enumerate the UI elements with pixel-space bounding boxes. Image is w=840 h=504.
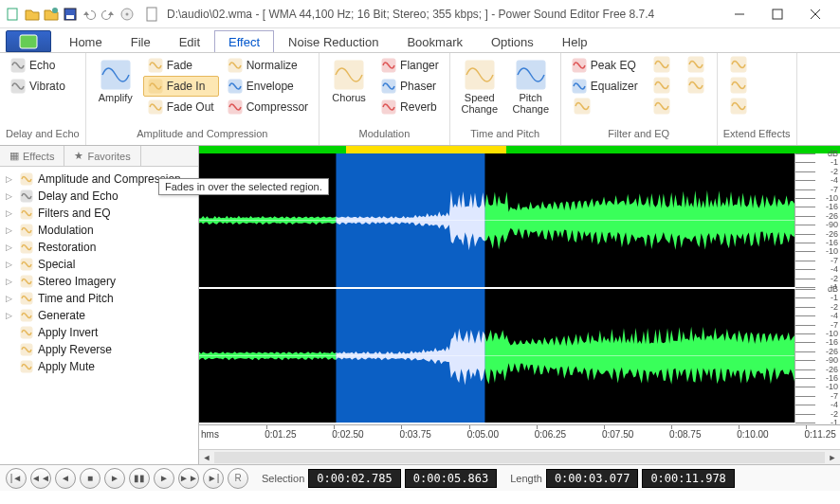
time-tick: 0:05.00 (467, 429, 499, 440)
pause-button[interactable]: ▮▮ (129, 468, 150, 489)
pitch-change-button[interactable]: Pitch Change (507, 55, 555, 119)
envelope-button[interactable]: Envelope (223, 76, 313, 97)
flanger-button[interactable]: Flanger (376, 55, 444, 76)
waveform-channel-2[interactable] (199, 289, 794, 423)
menu-bar: HomeFileEditEffectNoise ReductionBookmar… (0, 28, 840, 53)
compressor-button[interactable]: Compressor (223, 97, 313, 117)
equalizer-icon (572, 79, 587, 94)
qat-save-icon[interactable] (63, 7, 78, 22)
step-fwd-button[interactable]: ► (154, 468, 174, 489)
menu-tab-options[interactable]: Options (477, 30, 548, 52)
fade-in-button[interactable]: Fade In (143, 76, 219, 97)
ribbon-group-label: Modulation (325, 128, 444, 143)
tree-item-apply-invert[interactable]: Apply Invert (2, 324, 196, 341)
expand-icon[interactable]: ▷ (6, 294, 15, 303)
phaser-button[interactable]: Phaser (376, 76, 444, 97)
filter3-button[interactable] (647, 76, 677, 97)
vibrato-button[interactable]: Vibrato (6, 76, 70, 97)
qat-new-icon[interactable] (6, 7, 21, 22)
maximize-button[interactable] (758, 0, 796, 28)
amplify-button[interactable]: Amplify (92, 55, 139, 108)
tree-item-restoration[interactable]: ▷Restoration (2, 239, 196, 256)
filter4-button[interactable] (647, 97, 677, 117)
menu-tab-help[interactable]: Help (548, 30, 602, 52)
tree-item-special[interactable]: ▷Special (2, 256, 196, 273)
tree-item-filters-and-eq[interactable]: ▷Filters and EQ (2, 205, 196, 222)
filter3-icon (653, 77, 670, 97)
qat-redo-icon[interactable] (100, 7, 116, 22)
qat-open-icon[interactable] (25, 7, 40, 22)
svg-rect-3 (66, 15, 74, 19)
svg-point-1 (52, 8, 58, 13)
tree-item-time-and-pitch[interactable]: ▷Time and Pitch (2, 290, 196, 307)
scrollbar-track[interactable] (214, 452, 825, 463)
minimize-button[interactable] (721, 0, 758, 28)
filter5-button[interactable] (681, 55, 711, 76)
expand-icon[interactable]: ▷ (6, 208, 15, 218)
goto-start-button[interactable]: |◄ (6, 468, 27, 489)
selection-label: Selection (262, 473, 304, 484)
equalizer-button[interactable]: Equalizer (567, 76, 643, 97)
filter2-button[interactable] (647, 55, 677, 76)
expand-icon[interactable]: ▷ (6, 225, 15, 235)
tree-item-apply-reverse[interactable]: Apply Reverse (2, 341, 196, 358)
waveform-channel-1[interactable] (199, 153, 794, 287)
step-back-button[interactable]: ◄ (55, 468, 76, 489)
record-button[interactable]: R (228, 468, 248, 489)
filter1-button[interactable] (567, 97, 597, 117)
ext3-button[interactable] (723, 97, 754, 117)
status-bar: |◄ ◄◄ ◄ ■ ► ▮▮ ► ►► ►| R Selection 0:00:… (0, 464, 840, 491)
expand-icon[interactable]: ▷ (6, 243, 15, 252)
reverb-button[interactable]: Reverb (376, 97, 444, 117)
fade-out-button[interactable]: Fade Out (143, 97, 219, 117)
qat-undo-icon[interactable] (82, 7, 97, 22)
menu-tab-edit[interactable]: Edit (165, 30, 214, 52)
qat-cd-icon[interactable] (119, 7, 135, 22)
scroll-left-icon[interactable]: ◄ (199, 450, 214, 465)
sidebar-tab-effects[interactable]: ▦Effects (0, 146, 64, 166)
expand-icon[interactable]: ▷ (6, 174, 15, 184)
menu-tab-file[interactable]: File (117, 30, 165, 52)
app-logo[interactable] (6, 30, 51, 52)
stop-button[interactable]: ■ (80, 468, 100, 489)
goto-end-button[interactable]: ►| (203, 468, 224, 489)
menu-tab-home[interactable]: Home (55, 30, 117, 52)
ffwd-button[interactable]: ►► (178, 468, 199, 489)
normalize-button[interactable]: Normalize (223, 55, 313, 76)
scroll-right-icon[interactable]: ► (825, 450, 840, 465)
echo-button[interactable]: Echo (6, 55, 70, 76)
play-button[interactable]: ► (104, 468, 125, 489)
close-button[interactable] (796, 0, 834, 28)
effects-tree[interactable]: ▷Amplitude and Compression▷Delay and Ech… (0, 167, 198, 464)
rewind-button[interactable]: ◄◄ (30, 468, 51, 489)
tree-item-modulation[interactable]: ▷Modulation (2, 222, 196, 239)
ext2-button[interactable] (723, 76, 754, 97)
tree-item-generate[interactable]: ▷Generate (2, 307, 196, 324)
menu-tab-bookmark[interactable]: Bookmark (393, 30, 477, 52)
ext1-button[interactable] (723, 55, 754, 76)
tree-item-stereo-imagery[interactable]: ▷Stereo Imagery (2, 273, 196, 290)
expand-icon[interactable]: ▷ (6, 311, 15, 320)
filter6-button[interactable] (681, 76, 711, 97)
menu-tab-effect[interactable]: Effect (214, 30, 274, 52)
expand-icon[interactable]: ▷ (6, 260, 15, 269)
menu-tab-noise-reduction[interactable]: Noise Reduction (274, 30, 393, 52)
ribbon-group-extend-effects: Extend Effects (718, 53, 797, 145)
fade-button[interactable]: Fade (143, 55, 219, 76)
qat-open2-icon[interactable] (44, 7, 59, 22)
expand-icon[interactable]: ▷ (6, 191, 15, 201)
time-ruler[interactable]: hms0:01.250:02.500:03.750:05.000:06.250:… (199, 424, 840, 449)
speed-change-button[interactable]: Speed Change (456, 55, 503, 119)
chorus-button[interactable]: Chorus (325, 55, 373, 108)
peak-eq-button[interactable]: Peak EQ (567, 55, 643, 76)
time-tick: 0:11.25 (804, 429, 835, 440)
horizontal-scrollbar[interactable]: ◄ ► (199, 449, 840, 464)
sidebar-tab-favorites[interactable]: ★Favorites (64, 146, 140, 166)
marker-bar[interactable] (199, 146, 840, 153)
ext1-icon (730, 56, 747, 76)
expand-icon[interactable]: ▷ (6, 277, 15, 286)
vibrato-icon (10, 79, 26, 94)
tree-item-apply-mute[interactable]: Apply Mute (2, 358, 196, 375)
svg-rect-6 (147, 8, 156, 21)
spec-icon (19, 257, 34, 272)
